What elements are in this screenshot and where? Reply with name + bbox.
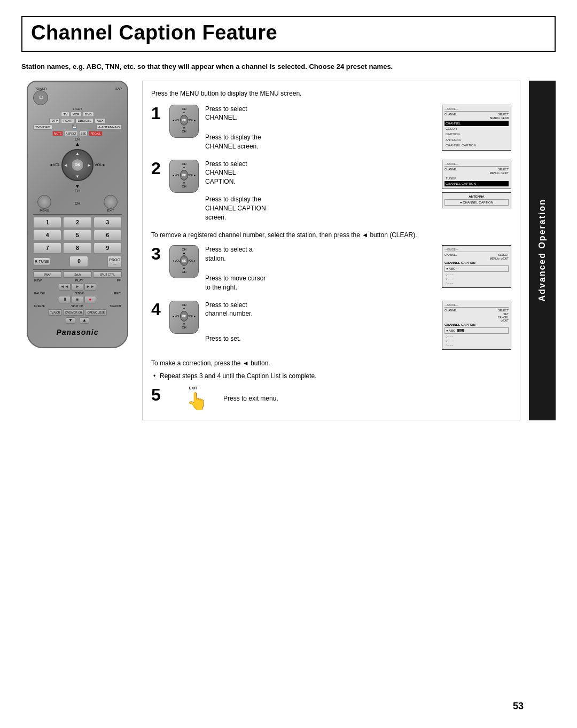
step-2-container: 2 CH▲ ◄VOL OK VOL► [151, 160, 511, 222]
rcvr-button[interactable]: RCVR [61, 118, 74, 123]
split-button[interactable]: SpLIt [63, 271, 92, 278]
mini-ch-down: ▼CH [172, 127, 196, 133]
dvd-button[interactable]: DVD [83, 112, 94, 117]
stop-button[interactable]: ■ [72, 296, 83, 303]
dtv-row: DTV RCVR DBS/CBL AUX [33, 118, 122, 123]
step-3-text: Press to select a station. Press to move… [205, 245, 435, 292]
tv-video-row: TV/VIDEO 💾 A·ANTENNA·B [33, 124, 122, 130]
mini-ch-up-3: CH▲ [172, 248, 196, 254]
power-button[interactable]: ⏻ [33, 90, 48, 105]
mini-nav: ◄VOL OK VOL► [172, 115, 196, 126]
rec-button[interactable]: ● [84, 296, 96, 303]
step-1-text: Press to select CHANNEL. Press to displa… [205, 105, 435, 151]
instructions-section: Press the MENU button to display the MEN… [142, 81, 520, 420]
tv-vcr-button[interactable]: TV/VCR [48, 309, 62, 316]
power-label: POWER [33, 87, 48, 90]
r-tune-button[interactable]: R-TUNE [33, 257, 50, 265]
num-4-button[interactable]: 4 [33, 230, 61, 241]
rew-button[interactable]: ◄◄ [59, 283, 71, 291]
num-2-button[interactable]: 2 [63, 217, 91, 228]
num-5-button[interactable]: 5 [63, 230, 91, 241]
right-arrow: ► [87, 162, 91, 167]
sap-label: SAP [115, 87, 122, 90]
screen-3-ch-caption: CHANNEL CAPTION [445, 261, 509, 264]
num-6-button[interactable]: 6 [93, 230, 122, 241]
bbe-button[interactable]: BBE [79, 131, 88, 136]
ok-button[interactable]: OK [71, 159, 84, 171]
screen-3-guide: —GUIDE— [445, 248, 509, 252]
screen-1-guide: —GUIDE— [445, 107, 509, 112]
screen-2-channel-item: TUNER [445, 176, 509, 181]
mini-vol-l-3: ◄VOL [172, 259, 180, 262]
dbs-cbl-button[interactable]: DBS/CBL [75, 118, 93, 123]
antenna-button[interactable]: A·ANTENNA·B [96, 124, 122, 130]
step-5-number: 5 [151, 386, 164, 403]
num-1-button[interactable]: 1 [33, 217, 61, 228]
pause-button[interactable]: ⏸ [59, 296, 71, 303]
menu-label: MENU [37, 209, 51, 212]
menu-button[interactable] [37, 195, 51, 209]
step-3-content: CH▲ ◄VOL OK VOL► ▼CH [169, 245, 511, 292]
mini-ok-2: OK [180, 170, 188, 181]
prog-button[interactable]: PROG— [107, 256, 122, 268]
remote-section: POWER ⏻ SAP LIGHT TV VCR DVD [21, 81, 134, 420]
recall-button[interactable]: RECALL [89, 131, 102, 136]
ff-label: FF [117, 279, 121, 282]
mini-nav-4: ◄VOL OK VOL► [172, 311, 196, 322]
swap-button[interactable]: SWAP [33, 271, 62, 278]
num-0-button[interactable]: 0 [69, 256, 88, 267]
screen-2b-title: ANTENNA [445, 195, 509, 198]
down-arrow-button[interactable]: ▼ [66, 317, 75, 324]
rew-label: REW [34, 279, 42, 282]
play-button[interactable]: ► [72, 283, 83, 291]
remote-body: POWER ⏻ SAP LIGHT TV VCR DVD [27, 81, 128, 348]
screen-2-guide: —GUIDE— [445, 162, 509, 167]
mini-nav-3: ◄VOL OK VOL► [172, 255, 196, 266]
num-7-button[interactable]: 7 [33, 242, 61, 254]
open-close-button[interactable]: OPEN/CLOSE [85, 309, 107, 316]
bottom-row: TV/VCR DVD/VCR CH OPEN/CLOSE [33, 309, 122, 316]
ff-button[interactable]: ►► [84, 283, 96, 291]
dtv-button[interactable]: DTV [49, 118, 60, 123]
mini-vol-r-3: VOL► [188, 259, 196, 262]
step-2-text-select: Press to select CHANNEL CAPTION. [205, 160, 435, 186]
step-3-row: 3 CH▲ ◄VOL OK VOL► [151, 245, 511, 292]
screen-2-caption-item: CHANNEL CAPTION [445, 181, 509, 186]
note-correction: To make a correction, press the ◄ button… [151, 358, 511, 368]
page-number: 53 [513, 701, 524, 712]
note-repeat: Repeat steps 3 and 4 until the Caption L… [160, 372, 511, 380]
mini-nav-2: ◄VOL OK VOL► [172, 170, 196, 181]
pause-label: PAUSE [34, 292, 45, 295]
nav-wheel[interactable]: ▲ ▼ ◄ ► OK [61, 149, 93, 181]
screen-4-nav: CHANNEL SELECT [445, 309, 509, 312]
screen-4-row2: ○ - - - [445, 334, 509, 339]
screen-3-row2: ○ - - - [445, 272, 509, 277]
ch-up-arrow[interactable]: ▲ [33, 141, 122, 147]
ch-label-mid: CH [75, 201, 80, 205]
num-9-button[interactable]: 9 [93, 242, 122, 254]
dvd-vcr-ch-button[interactable]: DVD/VCR CH [63, 309, 84, 316]
vcr-button[interactable]: VCR [71, 112, 82, 117]
tv-button[interactable]: TV [61, 112, 69, 117]
step-5-exit-area: EXIT 👆 [169, 386, 217, 411]
up-arrow-button[interactable]: ▲ [80, 317, 89, 324]
stop-label: STOP [75, 292, 84, 295]
mute-button[interactable]: MUTE [52, 131, 63, 136]
exit-button[interactable] [104, 195, 118, 209]
ch-down-arrow[interactable]: ▼ [33, 183, 122, 189]
mini-vol-r-2: VOL► [188, 174, 196, 177]
aux-button[interactable]: AUX [95, 118, 105, 123]
screen-1-color-item: COLOR [445, 126, 509, 131]
tv-video-button[interactable]: TV/VIDEO [33, 124, 52, 130]
nav-wheel-area: ◄VOL ▲ ▼ ◄ ► OK VOL► [33, 149, 122, 181]
aspect-button[interactable]: ASPECT [64, 131, 78, 136]
step-2-number: 2 [151, 160, 164, 177]
num-3-button[interactable]: 3 [93, 217, 122, 228]
rec-label: REC [114, 292, 121, 295]
split-ctrl-button[interactable]: SPLIT CTRL [93, 271, 122, 278]
screen-4-row4: ○ - - - [445, 343, 509, 347]
step-5-text: Press to exit menu. [223, 394, 278, 403]
screen-1-other-item: ANTENNA [445, 137, 509, 143]
step-4-text: Press to select channel number. Press to… [205, 301, 435, 343]
num-8-button[interactable]: 8 [63, 242, 91, 254]
